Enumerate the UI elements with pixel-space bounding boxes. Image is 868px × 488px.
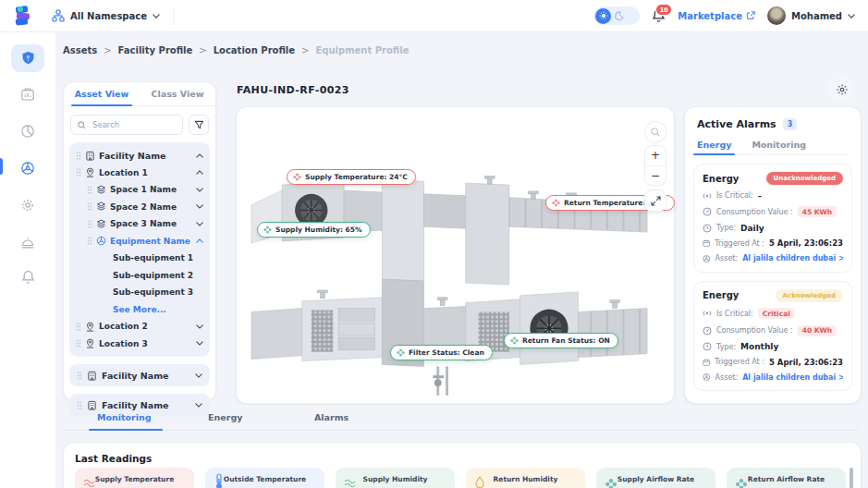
drag-handle-icon[interactable] bbox=[77, 401, 82, 409]
reading-card-supply-temperature[interactable]: Supply Temperature bbox=[75, 468, 194, 488]
water-drop-icon bbox=[474, 476, 485, 488]
readings-scrollbar[interactable] bbox=[850, 468, 853, 488]
gear-icon bbox=[836, 83, 849, 96]
equipment-title: FAHU-IND-RF-0023 bbox=[237, 84, 349, 96]
breadcrumb-assets[interactable]: Assets bbox=[63, 45, 97, 55]
sidebar-item-assets[interactable] bbox=[0, 155, 55, 181]
chevron-up-icon[interactable] bbox=[196, 170, 203, 175]
drag-handle-icon[interactable] bbox=[76, 339, 81, 348]
reading-card-supply-humidity[interactable]: Supply Humidity bbox=[336, 468, 455, 488]
tree-item-sub-equipment-1[interactable]: Sub-equipment 1 bbox=[109, 250, 207, 267]
tree-item-sub-equipment-2[interactable]: Sub-equipment 2 bbox=[109, 267, 207, 285]
alarm-card[interactable]: Energy Unacknowledged Is Critical: – Con… bbox=[693, 164, 852, 273]
tree-item-equipment[interactable]: Equipment Name bbox=[83, 233, 207, 250]
bottom-tab-bar: Monitoring Energy Alarms bbox=[63, 412, 860, 431]
active-indicator bbox=[0, 158, 3, 175]
zoom-in-button[interactable]: + bbox=[645, 146, 666, 166]
sidebar-item-notifications[interactable] bbox=[0, 264, 55, 290]
search-input[interactable] bbox=[91, 119, 168, 130]
notifications-button[interactable]: 10 bbox=[652, 8, 666, 23]
tree-item-sub-equipment-3[interactable]: Sub-equipment 3 bbox=[109, 284, 207, 301]
tree-item-space-3[interactable]: Space 3 Name bbox=[83, 215, 207, 233]
tab-asset-view[interactable]: Asset View bbox=[64, 82, 140, 105]
breadcrumb-location-profile[interactable]: Location Profile bbox=[214, 45, 295, 55]
label-return-fan-status[interactable]: Return Fan Status: ON bbox=[504, 333, 618, 348]
tree-item-space-1[interactable]: Space 1 Name bbox=[83, 181, 207, 199]
broadcast-icon bbox=[703, 191, 712, 201]
sidebar-item-dashboard[interactable] bbox=[0, 81, 55, 107]
tree-item-location-1[interactable]: Location 1 bbox=[72, 165, 207, 182]
tab-class-view[interactable]: Class View bbox=[140, 82, 215, 105]
sidebar-item-alerts[interactable] bbox=[0, 229, 55, 255]
drag-handle-icon[interactable] bbox=[87, 202, 92, 211]
tree-see-more[interactable]: See More... bbox=[109, 301, 207, 319]
sidebar-item-security[interactable] bbox=[11, 44, 44, 72]
drag-handle-icon[interactable] bbox=[77, 372, 82, 380]
fan-icon bbox=[510, 336, 519, 345]
airflow-fan-icon bbox=[735, 478, 748, 488]
tab-energy[interactable]: Energy bbox=[208, 412, 242, 422]
tab-alarms-monitoring[interactable]: Monitoring bbox=[752, 134, 806, 154]
namespace-selector[interactable]: All Namespace bbox=[52, 6, 174, 25]
drag-handle-icon[interactable] bbox=[76, 152, 81, 160]
drag-handle-icon[interactable] bbox=[76, 168, 81, 177]
asset-link[interactable]: Al jalila children dubai > F... bbox=[742, 254, 843, 262]
equipment-settings-button[interactable] bbox=[830, 78, 853, 101]
viewer-zoom-controls: + − bbox=[644, 145, 666, 186]
location-pin-icon bbox=[85, 167, 95, 177]
chevron-up-icon[interactable] bbox=[196, 238, 203, 243]
chevron-up-icon[interactable] bbox=[196, 153, 203, 158]
tree-item-facility-2[interactable]: Facility Name bbox=[69, 364, 210, 386]
bell-icon bbox=[21, 270, 35, 285]
status-badge: Acknowledged bbox=[776, 289, 843, 302]
tree-item-facility-1[interactable]: Facility Name bbox=[72, 147, 207, 165]
label-supply-temperature[interactable]: Supply Temperature: 24°C bbox=[287, 169, 416, 185]
tab-alarms[interactable]: Alarms bbox=[314, 412, 348, 422]
theme-toggle[interactable] bbox=[593, 6, 640, 25]
chevron-down-icon[interactable] bbox=[195, 403, 202, 408]
marketplace-link[interactable]: Marketplace bbox=[678, 11, 755, 21]
drag-handle-icon[interactable] bbox=[87, 186, 92, 194]
zoom-out-button[interactable]: − bbox=[645, 166, 666, 186]
breadcrumb-facility-profile[interactable]: Facility Profile bbox=[118, 45, 193, 55]
tab-monitoring[interactable]: Monitoring bbox=[97, 412, 152, 422]
reading-card-return-airflow-rate[interactable]: Return Airflow Rate bbox=[727, 468, 846, 488]
viewer-fullscreen-button[interactable] bbox=[644, 189, 666, 212]
reading-card-outside-temperature[interactable]: Outside Temperature bbox=[205, 468, 324, 488]
reading-card-supply-airflow-rate[interactable]: Supply Airflow Rate bbox=[596, 468, 715, 488]
filter-button[interactable] bbox=[189, 115, 209, 135]
label-supply-humidity[interactable]: Supply Humidity: 65% bbox=[257, 222, 371, 238]
asset-tree-panel: Asset View Class View Facility Name Loca… bbox=[63, 81, 216, 401]
layers-icon bbox=[96, 185, 106, 195]
tree-item-location-2[interactable]: Location 2 bbox=[72, 318, 207, 336]
tree-item-space-2[interactable]: Space 2 Name bbox=[83, 199, 207, 216]
chevron-down-icon[interactable] bbox=[196, 341, 203, 346]
dark-mode-icon[interactable] bbox=[613, 10, 625, 22]
tree-item-location-3[interactable]: Location 3 bbox=[72, 336, 207, 353]
tab-alarms-energy[interactable]: Energy bbox=[697, 134, 731, 154]
layers-icon bbox=[96, 201, 106, 212]
chevron-down-icon[interactable] bbox=[196, 188, 203, 192]
drag-handle-icon[interactable] bbox=[76, 323, 81, 331]
viewer-search-button[interactable] bbox=[644, 121, 666, 143]
search-field[interactable] bbox=[70, 115, 183, 135]
calendar-icon bbox=[703, 238, 710, 248]
chevron-down-icon[interactable] bbox=[195, 373, 202, 378]
consumption-value: 40 KWh bbox=[798, 325, 837, 336]
sidebar-item-settings[interactable] bbox=[0, 192, 55, 218]
light-mode-icon[interactable] bbox=[595, 8, 611, 24]
drag-handle-icon[interactable] bbox=[87, 220, 92, 228]
chevron-down-icon[interactable] bbox=[196, 324, 203, 329]
chevron-down-icon[interactable] bbox=[196, 222, 203, 226]
layers-icon bbox=[96, 219, 106, 229]
alarm-card[interactable]: Energy Acknowledged Is Critical: Critica… bbox=[693, 281, 852, 392]
user-menu[interactable]: Mohamed bbox=[767, 6, 855, 25]
label-filter-status[interactable]: Filter Status: Clean bbox=[390, 345, 493, 360]
drag-handle-icon[interactable] bbox=[87, 237, 92, 245]
thermometer-icon bbox=[214, 473, 225, 488]
chevron-down-icon bbox=[848, 14, 855, 18]
reading-card-return-humidity[interactable]: Return Humidity bbox=[466, 468, 585, 488]
asset-link[interactable]: Al jalila children dubai > F... bbox=[742, 373, 843, 382]
sidebar-item-analytics[interactable] bbox=[0, 118, 55, 144]
chevron-down-icon[interactable] bbox=[196, 204, 203, 209]
